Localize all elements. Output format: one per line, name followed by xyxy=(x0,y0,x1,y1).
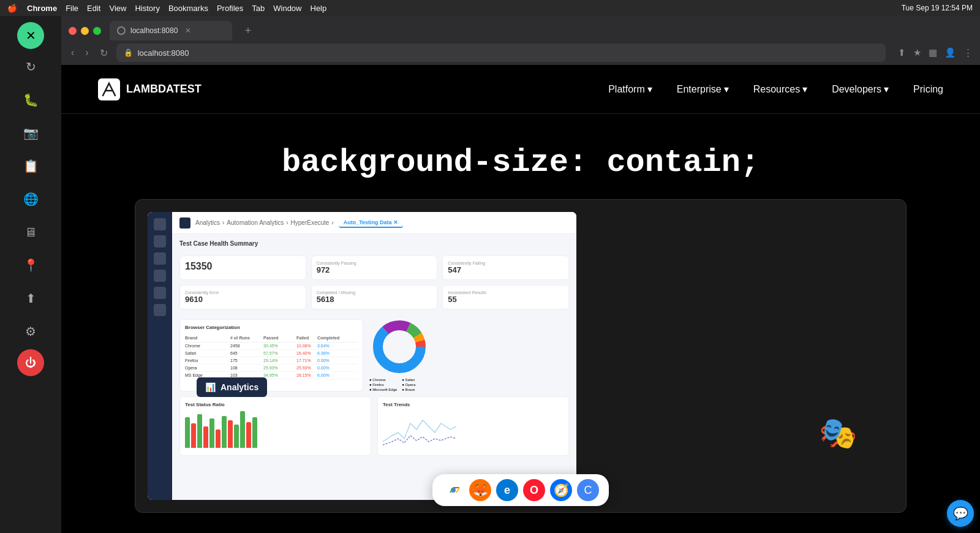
nav-pricing[interactable]: Pricing xyxy=(913,84,943,95)
table-row-opera: Opera10825.93%25.93%0.00% xyxy=(185,365,358,372)
clipboard-icon[interactable]: 📋 xyxy=(15,151,46,181)
bug-icon[interactable]: 🐛 xyxy=(15,85,46,115)
bottom-charts: Test Status Ratio xyxy=(179,396,569,456)
power-button[interactable]: ⏻ xyxy=(17,349,44,376)
dash-sidebar-icon-1 xyxy=(154,218,166,230)
stat-inconsistent-value: 55 xyxy=(448,295,564,304)
menu-tab[interactable]: Tab xyxy=(252,4,265,13)
address-bar-row: ‹ › ↻ 🔒 localhost:8080 ⬆ ★ ▦ 👤 ⋮ xyxy=(61,40,980,65)
bookmark-icon[interactable]: ★ xyxy=(913,47,921,58)
monitor-icon[interactable]: 🖥 xyxy=(15,217,46,248)
safari-icon[interactable]: 🧭 xyxy=(550,479,572,501)
address-bar[interactable]: 🔒 localhost:8080 xyxy=(116,43,886,62)
legend-firefox: ● Firefox xyxy=(369,383,397,387)
dash-sidebar-icon-2 xyxy=(154,235,166,248)
nav-resources[interactable]: Resources ▾ xyxy=(753,83,807,95)
traffic-light-green[interactable] xyxy=(93,27,101,35)
menu-help[interactable]: Help xyxy=(311,4,327,13)
more-icon[interactable]: ⋮ xyxy=(963,47,973,58)
dashboard-content: Test Case Health Summary 15350 Consisten… xyxy=(172,234,576,500)
svg-point-6 xyxy=(386,333,413,360)
stat-failing-value: 547 xyxy=(448,265,564,274)
section-title: Test Case Health Summary xyxy=(179,240,569,247)
chrome-icon[interactable] xyxy=(442,479,464,501)
breadcrumb: Analytics › Automation Analytics › Hyper… xyxy=(195,219,334,226)
browser-tab[interactable]: localhost:8080 ✕ xyxy=(110,21,232,40)
test-trends-title: Test Trends xyxy=(383,402,564,407)
apple-icon[interactable]: 🍎 xyxy=(7,4,17,13)
settings-icon[interactable]: ⚙ xyxy=(15,316,46,347)
address-text: localhost:8080 xyxy=(138,48,189,58)
stat-total-value: 15350 xyxy=(185,261,301,272)
donut-chart-section: ● Chrome ● Safari ● Firefox ● Opera ● Mi… xyxy=(369,319,430,391)
sidebar-toggle-icon[interactable]: ▦ xyxy=(929,47,937,58)
tab-close-icon[interactable]: ✕ xyxy=(185,26,191,35)
nav-enterprise[interactable]: Enterprise ▾ xyxy=(677,83,729,95)
traffic-light-yellow[interactable] xyxy=(81,27,89,35)
screenshot-container: 📊 Analytics xyxy=(135,199,907,513)
camera-icon[interactable]: 📷 xyxy=(15,118,46,148)
nav-platform[interactable]: Platform ▾ xyxy=(608,83,652,95)
menu-edit[interactable]: Edit xyxy=(87,4,100,13)
dashboard-main: Analytics › Automation Analytics › Hyper… xyxy=(172,212,576,500)
left-sidebar: ✕ ↻ 🐛 📷 📋 🌐 🖥 📍 ⬆ ⚙ ⏻ xyxy=(0,16,61,533)
menu-history[interactable]: History xyxy=(135,4,159,13)
tab-title: localhost:8080 xyxy=(130,26,178,35)
bar-5 xyxy=(209,418,214,448)
stats-grid: 15350 Consistently Passing 972 Consisten… xyxy=(179,255,569,309)
breadcrumb-automation: Automation Analytics xyxy=(227,219,284,226)
bar-9 xyxy=(234,425,239,448)
bar-7 xyxy=(222,416,227,448)
back-button[interactable]: ‹ xyxy=(69,45,77,61)
close-button[interactable]: ✕ xyxy=(17,22,44,49)
edge-icon[interactable]: e xyxy=(496,479,518,501)
menu-bookmarks[interactable]: Bookmarks xyxy=(168,4,208,13)
traffic-lights xyxy=(69,27,101,35)
menu-file[interactable]: File xyxy=(66,4,78,13)
legend-brave: ● Brave xyxy=(402,388,429,391)
menu-profiles[interactable]: Profiles xyxy=(217,4,243,13)
tab-bar: localhost:8080 ✕ + xyxy=(61,16,980,40)
profile-icon[interactable]: 👤 xyxy=(944,47,956,58)
menubar-time: Tue Sep 19 12:54 PM xyxy=(902,4,973,12)
browser-window: localhost:8080 ✕ + ‹ › ↻ 🔒 localhost:808… xyxy=(61,16,980,533)
stat-error-value: 9610 xyxy=(185,295,301,304)
menu-chrome[interactable]: Chrome xyxy=(27,4,57,13)
opera-icon[interactable]: O xyxy=(523,479,545,501)
chromium-icon[interactable]: C xyxy=(577,479,599,501)
dash-sidebar-icon-3 xyxy=(154,252,166,265)
legend-safari: ● Safari xyxy=(402,378,429,382)
tab-auto-testing[interactable]: Auto_Testing Data ✕ xyxy=(339,218,403,228)
theater-masks-emoji: 🎭 xyxy=(819,415,857,451)
bar-12 xyxy=(252,417,257,448)
dash-sidebar-icon-6 xyxy=(154,304,166,316)
bar-4 xyxy=(203,426,208,448)
browser-icons-bar: 🦊 e O 🧭 C xyxy=(432,474,609,506)
stat-total: 15350 xyxy=(179,255,306,280)
share-icon[interactable]: ⬆ xyxy=(898,47,906,58)
firefox-icon[interactable]: 🦊 xyxy=(469,479,491,501)
test-trends-chart: Test Trends xyxy=(377,396,569,456)
analytics-label: 📊 Analytics xyxy=(197,377,267,397)
table-header: Brand# of RunsPassedFailedCompleted xyxy=(185,334,358,342)
donut-legend: ● Chrome ● Safari ● Firefox ● Opera ● Mi… xyxy=(369,378,430,391)
lock-icon: 🔒 xyxy=(124,48,133,57)
reload-button[interactable]: ↻ xyxy=(97,45,110,61)
menu-items: Chrome File Edit View History Bookmarks … xyxy=(27,4,326,13)
dashboard-sidebar xyxy=(148,212,172,500)
menu-view[interactable]: View xyxy=(109,4,126,13)
menu-window[interactable]: Window xyxy=(273,4,301,13)
new-tab-button[interactable]: + xyxy=(239,22,257,39)
globe-icon[interactable]: 🌐 xyxy=(15,184,46,214)
dashboard-logo xyxy=(179,217,190,229)
upload-icon[interactable]: ⬆ xyxy=(15,283,46,314)
location-icon[interactable]: 📍 xyxy=(15,250,46,281)
stat-inconsistent: Inconsistent Results 55 xyxy=(442,285,569,309)
macos-menubar: 🍎 Chrome File Edit View History Bookmark… xyxy=(0,0,980,16)
refresh-icon[interactable]: ↻ xyxy=(15,51,46,82)
nav-developers[interactable]: Developers ▾ xyxy=(832,83,889,95)
traffic-light-red[interactable] xyxy=(69,27,77,35)
forward-button[interactable]: › xyxy=(83,45,91,61)
chat-bubble[interactable]: 💬 xyxy=(947,500,974,527)
bar-8 xyxy=(228,420,233,448)
